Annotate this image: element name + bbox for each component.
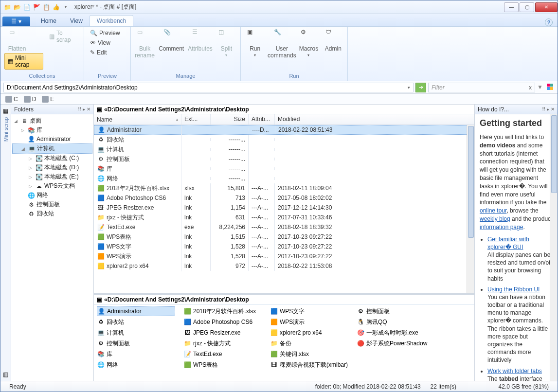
file-row[interactable]: 🟩WPS表格 lnk 1,515 ---A-... 2017-10-23 09:… [94, 232, 474, 242]
grid-item[interactable]: 🟦Adobe Photoshop CS6 [183, 317, 261, 327]
link-tabs[interactable]: Work with folder tabs [487, 368, 542, 374]
icon-grid[interactable]: 👤Administrator♻回收站💻计算机⚙控制面板📚库🌐网络🟩2018年2月… [94, 304, 474, 381]
column-headers[interactable]: Name▴ Ext... Size Attrib... Modified [94, 114, 474, 125]
file-list[interactable]: 👤Administrator ----D... 2018-02-22 08:51… [94, 125, 474, 293]
tree-item[interactable]: ▷☁WPS云文档 [12, 181, 92, 191]
link-gui[interactable]: Get familiar with xplorer� GUI [487, 236, 529, 250]
tree-item[interactable]: ◢🖥桌面 [12, 116, 92, 125]
drive-c[interactable]: C [5, 96, 18, 103]
file-row[interactable]: 🌐网络 ------... [94, 174, 474, 183]
file-row[interactable]: ⚙控制面板 ------... [94, 154, 474, 164]
side-tab-mini-scrap[interactable]: Mini scrap [3, 117, 9, 142]
pane-pin-icon[interactable]: ⠿ ▸ ✕ [78, 107, 90, 112]
maximize-button[interactable]: ▢ [520, 2, 534, 12]
file-row[interactable]: 🖼JPEG Resizer.exe lnk 1,154 ---A-... 201… [94, 203, 474, 213]
go-button[interactable]: ➔ [415, 83, 426, 92]
user-commands-button[interactable]: 🔧User commands [269, 29, 294, 59]
qat-dropdown-icon[interactable]: ▾ [62, 3, 70, 11]
help-icon[interactable]: ? [545, 18, 553, 26]
col-attr[interactable]: Attrib... [249, 114, 275, 125]
file-row[interactable]: 💻计算机 ------... [94, 144, 474, 154]
file-row[interactable]: 🟨xplorer2 pro x64 lnk 972 ---A-... 2018-… [94, 261, 474, 271]
top-pane-tab[interactable]: ▣ «D:\Document And Settings2\Administrat… [94, 105, 474, 114]
grid-item[interactable]: 🔴影子系统PowerShadow [357, 339, 434, 348]
grid-item[interactable]: 📁rjxz - 快捷方式 [183, 339, 261, 348]
close-button[interactable]: ✕ [535, 2, 558, 12]
link-information-page[interactable]: information page [480, 224, 523, 231]
qat-open-icon[interactable]: 📂 [13, 3, 21, 11]
file-row[interactable]: 📁rjxz - 快捷方式 lnk 631 ---A-... 2017-07-31… [94, 213, 474, 222]
drive-d[interactable]: D [24, 96, 36, 103]
tree-item[interactable]: ⚙控制面板 [12, 200, 92, 209]
tree-item[interactable]: ♻回收站 [12, 209, 92, 218]
mini-scrap-button[interactable]: ▦ Mini scrap [4, 53, 43, 70]
flatten-button[interactable]: ▭ Flatten [4, 29, 30, 52]
qat-thumb-icon[interactable]: 👍 [52, 3, 60, 11]
address-dropdown-icon[interactable]: ▾ [408, 85, 410, 90]
grid-item[interactable]: 🎞稞麦综合视频下载(xmlbar) [270, 360, 348, 370]
grid-item[interactable]: 🎯一彩成名时时彩.exe [357, 328, 434, 338]
pane-controls[interactable]: ⠿ ▸ ✕ [542, 107, 555, 112]
grid-item[interactable]: 📁备份 [270, 339, 348, 348]
preview-button[interactable]: 🔍Preview [88, 29, 122, 37]
scrollbar[interactable] [467, 125, 474, 293]
grid-item[interactable]: 🟦WPS文字 [270, 306, 348, 316]
link-online-tour[interactable]: online tour [480, 207, 506, 214]
color-grid-icon[interactable] [547, 84, 555, 91]
edit-button[interactable]: ✎Edit [88, 48, 122, 57]
filter-clear-icon[interactable]: x [529, 84, 532, 91]
macros-button[interactable]: ⚙Macros▾ [298, 29, 319, 57]
tree-twisty-icon[interactable]: ▷ [29, 184, 34, 189]
file-row[interactable]: 📝TextEd.exe exe 8,224,256 ---A-... 2018-… [94, 222, 474, 232]
to-scrap-button[interactable]: ▥ To scrap [47, 29, 80, 44]
bulk-rename-button[interactable]: ▭Bulk rename [135, 29, 155, 59]
run-button[interactable]: ▣Run▾ [245, 29, 265, 57]
tab-home[interactable]: Home [34, 16, 63, 26]
tree-twisty-icon[interactable]: ▷ [29, 156, 34, 161]
file-row[interactable]: 👤Administrator ----D... 2018-02-22 08:51… [94, 125, 474, 135]
grid-item[interactable]: 🟩2018年2月软件百科.xlsx [183, 306, 261, 316]
side-tab-icon-2[interactable]: ▥ [3, 371, 8, 378]
grid-item[interactable]: 📚库 [97, 349, 175, 359]
filter-input[interactable]: Filter x [428, 83, 535, 92]
file-row[interactable]: 🟧WPS演示 lnk 1,528 ---A-... 2017-10-23 09:… [94, 251, 474, 261]
help-scrollbar[interactable] [550, 114, 558, 381]
grid-item[interactable]: 🟨xplorer2 pro x64 [270, 328, 348, 338]
tree-item[interactable]: ▷💽本地磁盘 (D:) [12, 163, 92, 172]
qat-copy-icon[interactable]: 📋 [42, 3, 50, 11]
filter-funnel-icon[interactable]: ▼ [537, 84, 545, 91]
file-row[interactable]: 🟦WPS文字 lnk 1,528 ---A-... 2017-10-23 09:… [94, 242, 474, 251]
link-ribbon[interactable]: Using the Ribbon UI [487, 286, 540, 293]
grid-item[interactable]: 📝TextEd.exe [183, 349, 261, 359]
tab-view[interactable]: View [63, 16, 90, 26]
tree-item[interactable]: ▷📚库 [12, 125, 92, 135]
file-row[interactable]: 📚库 ------... [94, 164, 474, 174]
tree-item[interactable]: ◢💻计算机 [12, 143, 92, 154]
grid-item[interactable]: 👤Administrator [97, 306, 175, 316]
side-tab-icon[interactable]: ▦ [3, 107, 8, 114]
col-ext[interactable]: Ext... [181, 114, 211, 125]
grid-item[interactable]: 🐧腾讯QQ [357, 317, 434, 327]
grid-item[interactable]: 🟧WPS演示 [270, 317, 348, 327]
tab-workbench[interactable]: Workbench [90, 15, 133, 26]
tree-twisty-icon[interactable]: ◢ [21, 146, 26, 151]
bottom-pane-tab[interactable]: ▣ «D:\Document And Settings2\Administrat… [94, 295, 474, 304]
tree-item[interactable]: 👤Administrator [12, 135, 92, 143]
minimize-button[interactable]: — [504, 2, 519, 12]
col-size[interactable]: Size [211, 114, 249, 125]
col-name[interactable]: Name▴ [94, 114, 181, 125]
grid-item[interactable]: ⚙控制面板 [97, 339, 175, 348]
grid-item[interactable]: 🌐网络 [97, 360, 175, 370]
grid-item[interactable]: ♻回收站 [97, 317, 175, 327]
col-mod[interactable]: Modified [275, 114, 474, 125]
split-button[interactable]: ◫Split▾ [216, 29, 236, 57]
drive-e[interactable]: E [42, 96, 54, 103]
qat-flag-icon[interactable]: 🚩 [33, 3, 40, 11]
comment-button[interactable]: 📎Comment [159, 29, 184, 52]
file-row[interactable]: ♻回收站 ------... [94, 135, 474, 144]
view-button[interactable]: 👁View [88, 38, 122, 47]
folder-tree[interactable]: ◢🖥桌面▷📚库👤Administrator◢💻计算机▷💽本地磁盘 (C:)▷💽本… [11, 114, 93, 381]
link-weekly-blog[interactable]: weekly blog [480, 215, 510, 222]
admin-button[interactable]: 🛡Admin [323, 29, 343, 52]
address-input[interactable]: D:\Document And Settings2\Administrator\… [3, 83, 414, 92]
